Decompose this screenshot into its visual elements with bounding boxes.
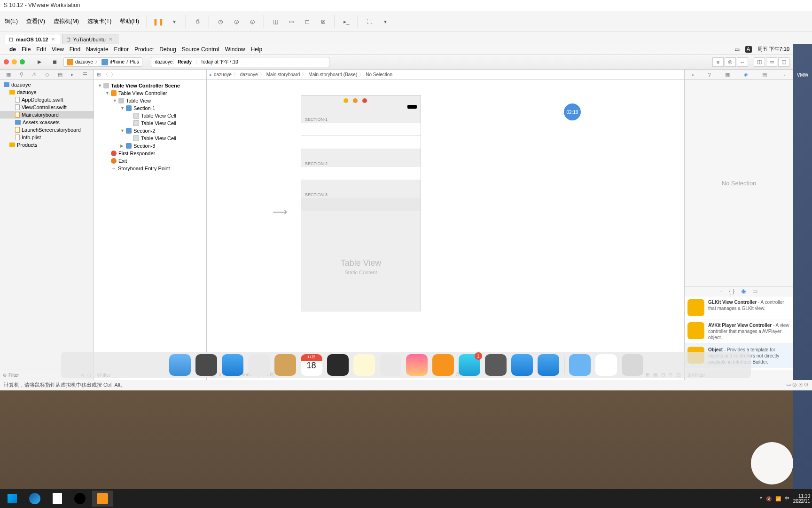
xcode-icon[interactable] (511, 354, 533, 376)
menu-tabs[interactable]: 选项卡(T) (85, 16, 114, 27)
left-panel-toggle[interactable]: ◫ (754, 57, 765, 67)
scene-header[interactable]: ▼Table View Controller Scene (94, 82, 206, 89)
entry-point[interactable]: →Storyboard Entry Point (94, 165, 206, 172)
menu-source-control[interactable]: Source Control (182, 46, 219, 53)
window-controls[interactable] (4, 59, 25, 64)
first-responder[interactable]: First Responder (94, 150, 206, 157)
code-snippet-icon[interactable]: { } (729, 288, 734, 294)
table-cell[interactable] (301, 123, 421, 136)
bottom-panel-toggle[interactable]: ▭ (766, 57, 777, 67)
settings-icon[interactable] (485, 354, 507, 376)
notes-icon[interactable] (353, 354, 375, 376)
folder-products[interactable]: Products (0, 141, 94, 149)
downloads-icon[interactable] (569, 354, 591, 376)
library-item-avkit[interactable]: AVKit Player View Controller - A view co… (685, 319, 793, 344)
layout4-icon[interactable]: ⊠ (317, 15, 330, 28)
finder-icon[interactable] (169, 354, 191, 376)
dropdown-icon[interactable]: ▾ (168, 15, 181, 28)
contacts-icon[interactable] (274, 354, 296, 376)
assistant-editor-button[interactable]: ◎ (725, 57, 736, 67)
right-panel-toggle[interactable]: ◫ (778, 57, 789, 67)
size-inspector-icon[interactable]: ▤ (762, 71, 767, 78)
section-1[interactable]: ▼Section-1 (94, 104, 206, 112)
console-icon[interactable]: ▸_ (340, 15, 353, 28)
run-button[interactable]: ▶ (33, 57, 46, 67)
menu-help[interactable]: Help (250, 46, 262, 53)
menu-product[interactable]: Product (134, 46, 154, 53)
search-icon[interactable]: ⚲ (20, 71, 23, 78)
snapshot-revert-icon[interactable]: ◶ (230, 15, 243, 28)
start-button[interactable] (2, 491, 23, 507)
menu-find[interactable]: Find (70, 46, 80, 53)
breakpoint-icon[interactable]: ▸ (71, 71, 74, 78)
warning-icon[interactable]: ⚠ (32, 71, 37, 78)
menu-edit[interactable]: Edit (36, 46, 46, 53)
file-main-storyboard[interactable]: Main.storyboard (0, 111, 94, 119)
airplay-icon[interactable]: ▭ (734, 46, 740, 53)
entry-arrow-icon[interactable]: ⟶ (273, 206, 288, 218)
media-library-icon[interactable]: ▭ (752, 288, 757, 294)
connections-inspector-icon[interactable]: → (781, 72, 786, 78)
menu-file[interactable]: File (22, 46, 31, 53)
project-nav-icon[interactable]: ▦ (6, 71, 11, 78)
help-inspector-icon[interactable]: ? (708, 72, 710, 78)
chevron-up-icon[interactable]: ^ (760, 496, 762, 501)
cell-2-1[interactable]: Table View Cell (94, 135, 206, 142)
layout1-icon[interactable]: ◫ (269, 15, 282, 28)
file-appdelegate[interactable]: AppDelegate.swift (0, 96, 94, 103)
library-item-glkit[interactable]: GLKit View Controller - A controller tha… (685, 296, 793, 319)
edge-icon[interactable] (24, 491, 45, 507)
close-icon[interactable]: ✕ (51, 37, 55, 42)
report-icon[interactable]: ☰ (83, 71, 87, 78)
test-icon[interactable]: ◇ (45, 71, 49, 78)
menu-view[interactable]: View (52, 46, 64, 53)
jump-bar[interactable]: ▸ dazuoye〉 dazuoye〉 Main.storyboard〉 Mai… (207, 70, 684, 80)
document-icon[interactable] (595, 354, 617, 376)
file-inspector-icon[interactable]: ▫ (692, 72, 694, 78)
section-2[interactable]: ▼Section-2 (94, 127, 206, 135)
launchpad-icon[interactable] (195, 354, 217, 376)
file-template-icon[interactable]: ▫ (720, 288, 722, 294)
photos-icon[interactable] (406, 354, 428, 376)
appstore-icon[interactable]: 1 (459, 354, 480, 376)
canvas-viewport[interactable]: ⟶ SECTION-1 SECTION-2 SECTION-3 Table Vi… (207, 80, 684, 369)
layout3-icon[interactable]: ◻ (301, 15, 314, 28)
mail-icon[interactable] (248, 354, 270, 376)
standard-editor-button[interactable]: ≡ (712, 57, 724, 67)
close-icon[interactable]: ✕ (109, 37, 112, 42)
debug-icon[interactable]: ▤ (58, 71, 62, 78)
scheme-selector[interactable]: dazuoye 〉 iPhone 7 Plus (63, 57, 142, 67)
phone-preview[interactable]: SECTION-1 SECTION-2 SECTION-3 Table View… (301, 95, 421, 311)
qq-icon[interactable] (70, 491, 90, 507)
layout2-icon[interactable]: ▭ (285, 15, 298, 28)
section-3[interactable]: ▶Section-3 (94, 142, 206, 150)
stop-button[interactable]: ◼ (48, 57, 61, 67)
identity-inspector-icon[interactable]: ▦ (725, 71, 730, 78)
system-tray[interactable]: ^ 🔇 📶 中 11:10 2022/11 (760, 493, 810, 504)
tab-macos[interactable]: ◻ macOS 10.12 ✕ (5, 34, 61, 44)
snapshot-manage-icon[interactable]: ◵ (246, 15, 259, 28)
navigator-tabs[interactable]: ▦ ⚲ ⚠ ◇ ▤ ▸ ☰ (0, 70, 94, 80)
table-view[interactable]: ▼Table View (94, 97, 206, 104)
file-viewcontroller[interactable]: ViewController.swift (0, 103, 94, 111)
ime-indicator[interactable]: 中 (785, 495, 789, 502)
wifi-icon[interactable]: 📶 (775, 496, 781, 501)
safari-icon[interactable] (222, 354, 243, 376)
menu-window[interactable]: Window (225, 46, 245, 53)
menu-editor[interactable]: Editor (114, 46, 129, 53)
forward-icon[interactable]: 〉 (111, 71, 116, 78)
table-cell[interactable] (301, 198, 421, 211)
cell-1-2[interactable]: Table View Cell (94, 119, 206, 127)
cell-1-1[interactable]: Table View Cell (94, 112, 206, 119)
trash-icon[interactable] (622, 354, 643, 376)
file-assets[interactable]: Assets.xcassets (0, 119, 94, 126)
table-cell[interactable] (301, 167, 421, 180)
ibooks-icon[interactable] (432, 354, 454, 376)
menu-help[interactable]: 帮助(H) (117, 16, 142, 27)
back-icon[interactable]: 〈 (103, 71, 108, 78)
folder-dazuoye[interactable]: dazuoye (0, 88, 94, 96)
inspector-tabs[interactable]: ▫ ? ▦ ◈ ▤ → (685, 70, 793, 80)
table-cell[interactable] (301, 136, 421, 149)
attributes-inspector-icon[interactable]: ◈ (744, 71, 748, 78)
pause-icon[interactable]: ❚❚ (152, 15, 165, 28)
